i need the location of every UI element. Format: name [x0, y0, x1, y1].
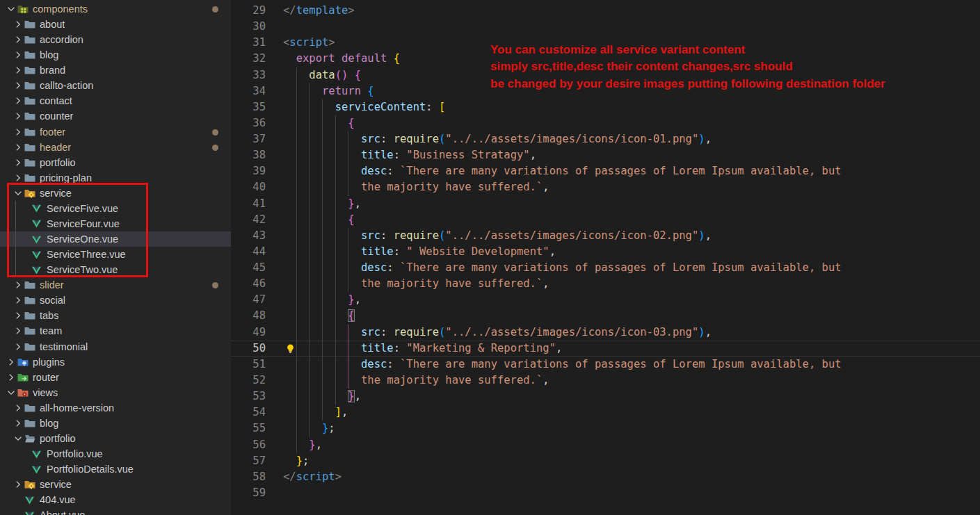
tree-item-accordion[interactable]: accordion	[0, 32, 231, 47]
line-number[interactable]: 39	[231, 163, 266, 179]
code-line-41[interactable]: 41 },	[231, 196, 980, 212]
code-line-36[interactable]: 36 {	[231, 115, 980, 131]
line-number[interactable]: 46	[231, 276, 266, 292]
tree-item-portfolio[interactable]: portfolio	[0, 431, 231, 446]
tree-item-servicethree-vue[interactable]: ServiceThree.vue	[0, 247, 231, 262]
code-line-39[interactable]: 39 desc: `There are many variations of p…	[231, 163, 980, 179]
chevron-collapsed-icon[interactable]	[13, 295, 24, 306]
tree-item-testimonial[interactable]: testimonial	[0, 339, 231, 354]
code-line-55[interactable]: 55 };	[231, 420, 980, 436]
chevron-collapsed-icon[interactable]	[6, 372, 17, 383]
line-number[interactable]: 41	[231, 196, 266, 212]
code-editor[interactable]: 29</template>3031<script>32 export defau…	[231, 0, 980, 515]
line-number[interactable]: 52	[231, 373, 266, 389]
code-line-33[interactable]: 33 data() {	[231, 67, 980, 83]
chevron-collapsed-icon[interactable]	[13, 19, 24, 30]
line-number[interactable]: 43	[231, 228, 266, 244]
code-line-54[interactable]: 54 ],	[231, 404, 980, 420]
line-number[interactable]: 34	[231, 83, 266, 99]
line-number[interactable]: 53	[231, 389, 266, 404]
tree-item-router[interactable]: router	[0, 370, 231, 385]
chevron-collapsed-icon[interactable]	[13, 279, 24, 291]
code-line-38[interactable]: 38 title: "Business Stratagy",	[231, 147, 980, 163]
line-number[interactable]: 32	[231, 51, 266, 67]
chevron-collapsed-icon[interactable]	[13, 65, 24, 76]
line-number[interactable]: 51	[231, 357, 266, 373]
code-line-34[interactable]: 34 return {	[231, 83, 980, 99]
tree-item-portfolio[interactable]: portfolio	[0, 155, 231, 170]
line-number[interactable]: 55	[231, 420, 266, 436]
code-line-35[interactable]: 35 serviceContent: [	[231, 99, 980, 115]
chevron-collapsed-icon[interactable]	[13, 157, 24, 168]
line-number[interactable]: 31	[231, 35, 266, 51]
tree-item-brand[interactable]: brand	[0, 63, 231, 78]
code-line-59[interactable]: 59	[231, 485, 980, 501]
tree-item-servicefive-vue[interactable]: ServiceFive.vue	[0, 201, 231, 216]
chevron-collapsed-icon[interactable]	[13, 34, 24, 45]
tree-item-service[interactable]: service	[0, 477, 231, 492]
tree-item-contact[interactable]: contact	[0, 93, 231, 108]
line-number[interactable]: 42	[231, 212, 266, 228]
chevron-collapsed-icon[interactable]	[13, 325, 24, 336]
tree-item-slider[interactable]: slider	[0, 277, 231, 293]
chevron-collapsed-icon[interactable]	[13, 126, 24, 138]
tree-item-plugins[interactable]: plugins	[0, 354, 231, 370]
chevron-collapsed-icon[interactable]	[13, 418, 24, 429]
line-number[interactable]: 33	[231, 67, 266, 83]
line-number[interactable]: 30	[231, 19, 266, 35]
chevron-collapsed-icon[interactable]	[13, 172, 24, 183]
code-line-40[interactable]: 40 the majority have suffered.`,	[231, 179, 980, 195]
chevron-collapsed-icon[interactable]	[13, 341, 24, 352]
line-number[interactable]: 45	[231, 260, 266, 276]
chevron-collapsed-icon[interactable]	[13, 49, 24, 60]
explorer-sidebar[interactable]: componentsaboutaccordionblogbrandcallto-…	[0, 0, 231, 515]
tree-item-team[interactable]: team	[0, 323, 231, 338]
line-number[interactable]: 57	[231, 453, 266, 469]
tree-item-portfolio-vue[interactable]: Portfolio.vue	[0, 446, 231, 461]
code-line-53[interactable]: 53 },	[231, 389, 980, 404]
tree-item-callto-action[interactable]: callto-action	[0, 78, 231, 93]
tree-item-blog[interactable]: blog	[0, 416, 231, 431]
chevron-expanded-icon[interactable]	[13, 433, 24, 444]
tree-item-views[interactable]: views	[0, 385, 231, 400]
tree-item-header[interactable]: header	[0, 140, 231, 155]
tree-item-portfoliodetails-vue[interactable]: PortfolioDetails.vue	[0, 461, 231, 477]
code-line-58[interactable]: 58</script>	[231, 469, 980, 485]
line-number[interactable]: 48	[231, 308, 266, 324]
line-number[interactable]: 35	[231, 99, 266, 115]
line-number[interactable]: 38	[231, 147, 266, 163]
line-number[interactable]: 56	[231, 437, 266, 453]
tree-item-servicefour-vue[interactable]: ServiceFour.vue	[0, 216, 231, 231]
tree-item-counter[interactable]: counter	[0, 108, 231, 124]
chevron-collapsed-icon[interactable]	[13, 80, 24, 91]
code-line-45[interactable]: 45 desc: `There are many variations of p…	[231, 260, 980, 276]
code-line-31[interactable]: 31<script>	[231, 35, 980, 51]
tree-item-404-vue[interactable]: 404.vue	[0, 492, 231, 507]
code-line-29[interactable]: 29</template>	[231, 3, 980, 19]
code-line-56[interactable]: 56 },	[231, 437, 980, 453]
tree-item-tabs[interactable]: tabs	[0, 308, 231, 323]
line-number[interactable]: 36	[231, 115, 266, 131]
code-line-57[interactable]: 57 };	[231, 453, 980, 469]
tree-item-about[interactable]: about	[0, 17, 231, 32]
code-line-43[interactable]: 43 src: require("../../assets/images/ico…	[231, 228, 980, 244]
code-line-50[interactable]: 50 title: "Marketing & Reporting",	[231, 341, 980, 357]
code-line-44[interactable]: 44 title: " Website Development",	[231, 244, 980, 260]
line-number[interactable]: 58	[231, 469, 266, 485]
chevron-collapsed-icon[interactable]	[13, 479, 24, 490]
tree-item-blog[interactable]: blog	[0, 47, 231, 63]
tree-item-pricing-plan[interactable]: pricing-plan	[0, 170, 231, 186]
code-line-42[interactable]: 42 {	[231, 212, 980, 228]
code-line-51[interactable]: 51 desc: `There are many variations of p…	[231, 357, 980, 373]
line-number[interactable]: 49	[231, 325, 266, 341]
line-number[interactable]: 37	[231, 131, 266, 147]
code-line-37[interactable]: 37 src: require("../../assets/images/ico…	[231, 131, 980, 147]
chevron-expanded-icon[interactable]	[6, 3, 17, 15]
line-number[interactable]: 29	[231, 3, 266, 19]
code-line-46[interactable]: 46 the majority have suffered.`,	[231, 276, 980, 292]
tree-item-service[interactable]: service	[0, 186, 231, 201]
code-line-49[interactable]: 49 src: require("../../assets/images/ico…	[231, 325, 980, 341]
tree-item-all-home-version[interactable]: all-home-version	[0, 400, 231, 416]
chevron-expanded-icon[interactable]	[13, 188, 24, 199]
line-number[interactable]: 47	[231, 292, 266, 308]
